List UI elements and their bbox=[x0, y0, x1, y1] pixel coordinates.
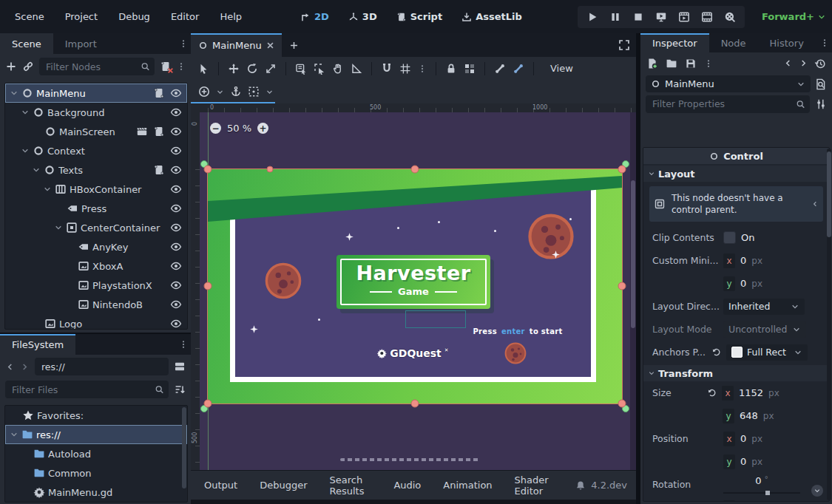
visibility-eye-icon[interactable] bbox=[170, 126, 182, 137]
position-x-field[interactable]: 0 bbox=[740, 433, 746, 444]
selection-handle[interactable] bbox=[411, 166, 419, 174]
chevron-down-icon[interactable] bbox=[10, 430, 18, 439]
pause-button[interactable] bbox=[609, 11, 621, 23]
scene-tab-mainmenu[interactable]: MainMenu bbox=[191, 33, 282, 57]
smart-snap-toggle[interactable] bbox=[381, 63, 393, 75]
selection-handle[interactable] bbox=[411, 400, 419, 408]
list-select-tool[interactable] bbox=[295, 63, 307, 75]
skeleton-options-button[interactable] bbox=[513, 63, 524, 75]
tab-audio[interactable]: Audio bbox=[393, 480, 421, 491]
tab-shader-editor[interactable]: Shader Editor bbox=[515, 474, 554, 497]
movie-icon[interactable] bbox=[136, 126, 148, 137]
tab-node[interactable]: Node bbox=[709, 33, 758, 52]
tree-node-hboxcontainer[interactable]: HBoxContainer bbox=[5, 180, 187, 199]
filter-properties-input[interactable] bbox=[646, 95, 810, 113]
screen-tab-3d[interactable]: 3D bbox=[342, 8, 383, 25]
chevron-down-icon[interactable] bbox=[21, 146, 30, 155]
clip-contents-checkbox[interactable] bbox=[723, 231, 736, 244]
menu-editor[interactable]: Editor bbox=[163, 8, 206, 25]
play-scene-button[interactable] bbox=[678, 11, 690, 23]
chevron-down-icon[interactable] bbox=[32, 166, 41, 174]
snap-options-menu[interactable] bbox=[418, 64, 427, 73]
view-menu[interactable]: View bbox=[543, 61, 581, 76]
visibility-eye-icon[interactable] bbox=[170, 299, 182, 310]
screen-tab-assetlib[interactable]: AssetLib bbox=[456, 8, 528, 25]
renderer-select[interactable]: Forward+ bbox=[762, 11, 826, 22]
chevron-down-icon[interactable] bbox=[10, 89, 18, 98]
load-resource-button[interactable] bbox=[666, 58, 677, 69]
tab-scene[interactable]: Scene bbox=[0, 33, 53, 54]
size-y-field[interactable]: 648 bbox=[740, 410, 758, 421]
rotate-tool[interactable] bbox=[246, 63, 258, 75]
canvas-2d[interactable]: − 50 % + bbox=[200, 112, 636, 470]
selection-handle[interactable] bbox=[618, 400, 626, 408]
save-resource-button[interactable] bbox=[685, 58, 697, 69]
visibility-eye-icon[interactable] bbox=[170, 241, 182, 253]
tab-animation[interactable]: Animation bbox=[443, 480, 492, 491]
menu-scene[interactable]: Scene bbox=[7, 8, 52, 25]
filter-files-input[interactable] bbox=[5, 381, 169, 398]
select-tool[interactable] bbox=[197, 63, 209, 75]
selection-handle[interactable] bbox=[204, 282, 212, 290]
tab-import[interactable]: Import bbox=[53, 33, 109, 54]
visibility-eye-icon[interactable] bbox=[170, 87, 182, 99]
rotation-slider[interactable]: 0 ° bbox=[723, 475, 800, 494]
expand-viewport-icon[interactable] bbox=[618, 39, 630, 51]
script-icon[interactable] bbox=[153, 164, 165, 176]
instance-scene-button[interactable] bbox=[22, 61, 34, 72]
tree-node-mainmenu[interactable]: MainMenu bbox=[5, 84, 187, 103]
menu-project[interactable]: Project bbox=[58, 8, 105, 25]
class-header[interactable]: Control bbox=[643, 148, 829, 164]
selection-handle[interactable] bbox=[204, 166, 212, 174]
version-label[interactable]: 4.2.dev bbox=[591, 480, 627, 491]
chevron-down-icon[interactable] bbox=[43, 185, 52, 194]
scale-tool[interactable] bbox=[265, 63, 277, 75]
horizontal-scrollbar[interactable] bbox=[340, 458, 481, 461]
tree-node-anykey[interactable]: AnyKey bbox=[5, 237, 187, 256]
anchors-preset-select[interactable]: Full Rect bbox=[726, 344, 808, 361]
selection-handle[interactable] bbox=[618, 282, 626, 290]
stop-button[interactable] bbox=[632, 11, 644, 23]
revert-icon[interactable] bbox=[711, 347, 721, 357]
file-mainmenu-gd[interactable]: MainMenu.gd bbox=[5, 483, 187, 502]
history-back-icon[interactable] bbox=[783, 58, 793, 68]
chevron-down-icon[interactable] bbox=[54, 223, 63, 232]
section-layout[interactable]: Layout bbox=[643, 166, 829, 182]
tree-node-context[interactable]: Context bbox=[5, 141, 187, 160]
zoom-out-button[interactable]: − bbox=[210, 123, 221, 134]
file-folder-autoload[interactable]: Autoload bbox=[5, 444, 187, 463]
dock-menu-icon[interactable] bbox=[820, 38, 829, 47]
pan-tool[interactable] bbox=[332, 63, 344, 75]
notification-bell-icon[interactable] bbox=[575, 480, 586, 491]
tree-node-background[interactable]: Background bbox=[5, 103, 187, 122]
chevron-down-icon[interactable] bbox=[216, 88, 224, 96]
grid-snap-toggle[interactable] bbox=[399, 63, 411, 75]
menu-help[interactable]: Help bbox=[212, 8, 249, 25]
sort-files-icon[interactable] bbox=[174, 384, 186, 395]
move-tool[interactable] bbox=[228, 63, 240, 75]
container-sizing-icon[interactable] bbox=[248, 86, 260, 98]
layout-mode-select[interactable]: Uncontrolled bbox=[723, 321, 806, 338]
file-favorites[interactable]: Favorites: bbox=[5, 406, 187, 425]
tree-node-texts[interactable]: Texts bbox=[5, 160, 187, 180]
split-mode-icon[interactable] bbox=[174, 361, 186, 372]
tree-node-press[interactable]: Press bbox=[5, 199, 187, 218]
selection-handle[interactable] bbox=[618, 166, 626, 174]
tab-history[interactable]: History bbox=[758, 33, 816, 52]
script-icon[interactable] bbox=[153, 87, 165, 99]
selection-handle[interactable] bbox=[267, 166, 274, 173]
skeleton-bone-button[interactable] bbox=[494, 63, 506, 75]
position-y-field[interactable]: 0 bbox=[740, 456, 746, 467]
screen-tab-script[interactable]: Script bbox=[390, 8, 448, 25]
size-x-field[interactable]: 1152 bbox=[739, 387, 763, 398]
tree-node-centercontainer[interactable]: CenterContainer bbox=[5, 218, 187, 237]
selection-handle[interactable] bbox=[204, 400, 212, 408]
play-remote-button[interactable] bbox=[655, 11, 667, 23]
revert-icon[interactable] bbox=[707, 388, 717, 398]
visibility-eye-icon[interactable] bbox=[170, 318, 182, 330]
history-icon[interactable] bbox=[814, 58, 826, 69]
tab-filesystem[interactable]: FileSystem bbox=[0, 334, 75, 355]
zoom-in-button[interactable]: + bbox=[257, 123, 268, 134]
visibility-eye-icon[interactable] bbox=[170, 279, 182, 291]
anchor-icon[interactable] bbox=[230, 86, 242, 98]
